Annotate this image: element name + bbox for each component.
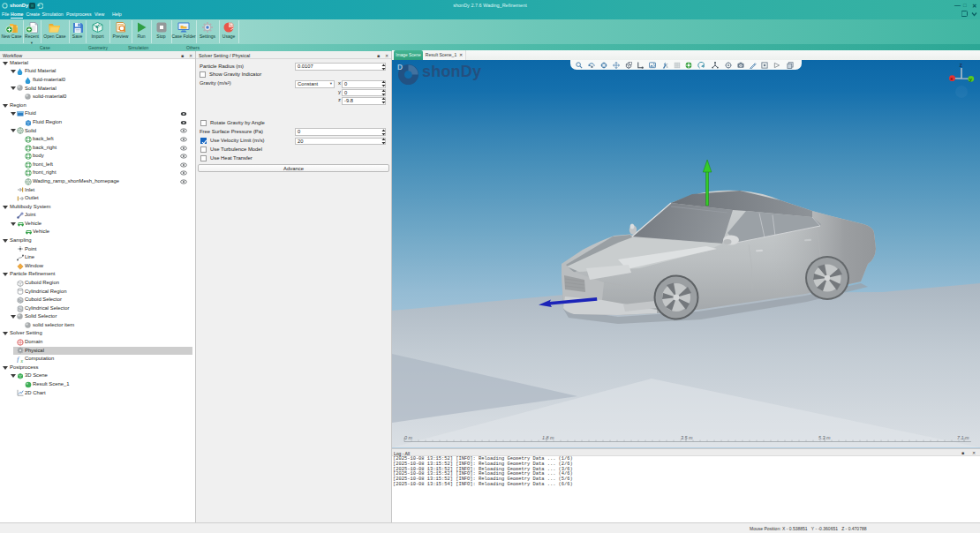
svg-text:1.8 m: 1.8 m xyxy=(542,435,554,440)
svg-text:D: D xyxy=(397,63,403,71)
svg-text:x: x xyxy=(20,358,24,364)
svg-text:7.1 m: 7.1 m xyxy=(957,435,969,440)
svg-text:z: z xyxy=(960,62,963,68)
svg-text:f: f xyxy=(17,356,20,363)
svg-text:3.5 m: 3.5 m xyxy=(681,435,693,440)
svg-text:0 m: 0 m xyxy=(404,435,412,440)
